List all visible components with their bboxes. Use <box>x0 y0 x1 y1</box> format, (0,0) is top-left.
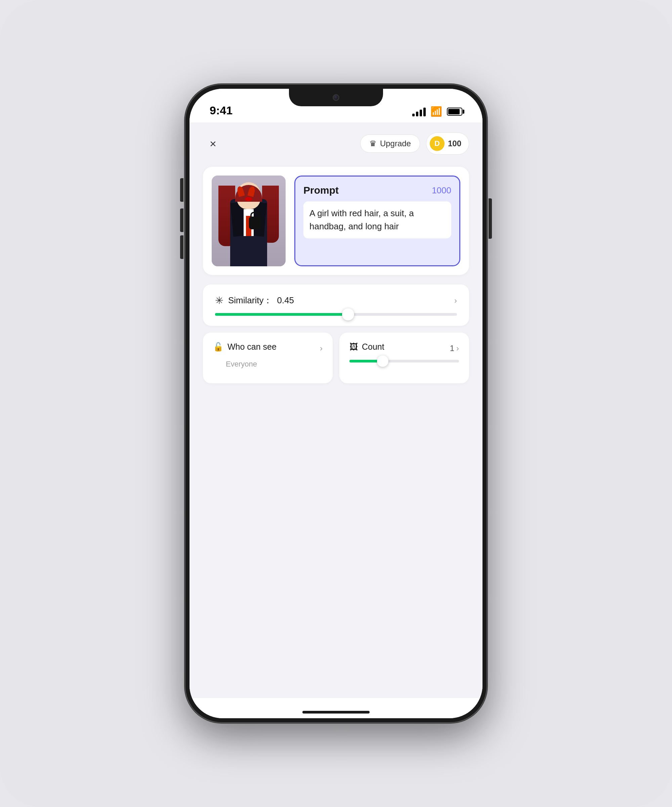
image-icon: 🖼 <box>349 342 358 352</box>
crown-icon: ♛ <box>369 139 377 148</box>
outer-background: 9:41 📶 × <box>0 0 672 807</box>
prompt-box[interactable]: Prompt 1000 A girl with red hair, a suit… <box>294 176 460 266</box>
signal-bar-1 <box>412 114 415 116</box>
home-indicator <box>190 698 482 718</box>
upgrade-button[interactable]: ♛ Upgrade <box>360 134 420 153</box>
character-image <box>212 176 286 266</box>
count-card[interactable]: 🖼 Count 1 › <box>339 332 469 384</box>
prompt-area: Prompt 1000 A girl with red hair, a suit… <box>203 167 469 275</box>
prompt-text: A girl with red hair, a suit, a handbag,… <box>310 208 414 231</box>
similarity-chevron: › <box>454 296 457 305</box>
phone-screen: 9:41 📶 × <box>190 89 482 718</box>
char-body <box>230 199 267 266</box>
prompt-label: Prompt <box>303 184 339 196</box>
who-can-see-title: 🔓 Who can see <box>213 342 276 352</box>
phone-frame: 9:41 📶 × <box>185 84 487 723</box>
prompt-input-area[interactable]: A girl with red hair, a suit, a handbag,… <box>303 201 451 238</box>
char-head <box>237 182 260 209</box>
home-bar[interactable] <box>303 711 369 714</box>
wifi-icon: 📶 <box>430 106 442 117</box>
top-bar: × ♛ Upgrade D 100 <box>203 133 469 154</box>
battery-icon <box>447 108 462 116</box>
app-content: × ♛ Upgrade D 100 <box>190 122 482 698</box>
who-can-see-chevron: › <box>320 344 323 353</box>
notch <box>289 89 383 106</box>
count-header: 🖼 Count 1 › <box>349 342 459 354</box>
battery-fill <box>448 109 460 115</box>
count-value: 1 <box>450 344 454 353</box>
count-slider-fill <box>349 360 382 362</box>
status-bar: 9:41 📶 <box>190 89 482 122</box>
who-can-see-card[interactable]: 🔓 Who can see › Everyone <box>203 332 333 384</box>
status-icons: 📶 <box>412 106 462 117</box>
similarity-slider-thumb[interactable] <box>342 308 354 320</box>
who-can-see-subtitle: Everyone <box>226 360 323 369</box>
anime-character <box>212 176 286 266</box>
prompt-header: Prompt 1000 <box>303 184 451 196</box>
who-can-see-header: 🔓 Who can see › <box>213 342 323 354</box>
char-eye-right <box>245 197 251 201</box>
coins-button[interactable]: D 100 <box>426 133 469 154</box>
bottom-two-col: 🔓 Who can see › Everyone 🖼 Count <box>203 332 469 384</box>
coin-letter: D <box>434 139 440 148</box>
signal-bar-3 <box>420 110 422 116</box>
lock-icon: 🔓 <box>213 342 223 352</box>
similarity-row: ✳ Similarity： 0.45 › <box>215 294 457 306</box>
close-button[interactable]: × <box>203 133 223 154</box>
similarity-card[interactable]: ✳ Similarity： 0.45 › <box>203 284 469 326</box>
coin-value: 100 <box>448 139 461 148</box>
count-slider-thumb[interactable] <box>377 355 389 367</box>
similarity-slider-fill <box>215 313 348 316</box>
similarity-title: ✳ Similarity： 0.45 <box>215 294 294 306</box>
similarity-value: 0.45 <box>277 295 294 306</box>
count-label: Count <box>362 342 384 352</box>
count-slider-track[interactable] <box>349 360 459 362</box>
similarity-icon: ✳ <box>215 294 223 306</box>
status-time: 9:41 <box>210 104 233 117</box>
similarity-label: Similarity： <box>228 294 272 306</box>
prompt-count: 1000 <box>432 185 451 196</box>
signal-bar-2 <box>416 111 418 116</box>
char-horn-right <box>247 186 256 197</box>
upgrade-label: Upgrade <box>380 139 411 148</box>
signal-bar-4 <box>423 108 426 116</box>
count-chevron: › <box>456 344 459 353</box>
signal-bars-icon <box>412 107 426 116</box>
notch-camera <box>333 94 339 101</box>
count-title: 🖼 Count <box>349 342 384 352</box>
similarity-slider-track[interactable] <box>215 313 457 316</box>
char-bag <box>249 217 261 229</box>
top-bar-right: ♛ Upgrade D 100 <box>360 133 469 154</box>
char-horn-left <box>236 186 245 197</box>
coin-icon: D <box>430 136 445 151</box>
who-can-see-label: Who can see <box>227 342 276 352</box>
